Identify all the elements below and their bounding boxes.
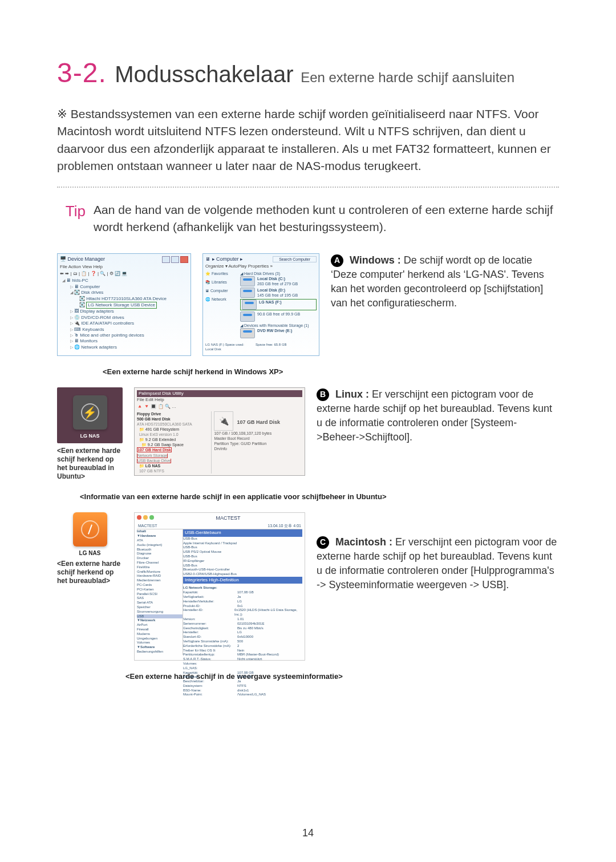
tree-item-highlighted: 💽 LG Network Storage USB Device bbox=[60, 302, 188, 309]
search-input[interactable]: Search Computer bbox=[273, 256, 317, 262]
caption-ubuntu: <Informatie van een externe harde schijf… bbox=[80, 492, 559, 501]
mac-desktop-icon: LG NAS <Een externe harde schijf herkend… bbox=[57, 512, 123, 661]
sidebar-item-selected: USB bbox=[137, 614, 183, 619]
sidebar-item: 🖥 Computer bbox=[205, 288, 237, 293]
header-row: MACTEST 13.04.10 오후 4:01 bbox=[137, 523, 302, 529]
tree-item: ▷🖥 Computer bbox=[60, 284, 188, 290]
section-number: 3-2. bbox=[57, 58, 107, 88]
badge-c: C bbox=[317, 536, 329, 549]
mac-panel-row: LG NAS <Een externe harde schijf herkend… bbox=[57, 512, 559, 661]
sidebar: ⭐ Favorites 📚 Libraries 🖥 Computer 🌐 Net… bbox=[205, 271, 237, 340]
os-label: Linux : bbox=[335, 388, 369, 400]
sidebar-item: ⭐ Favorites bbox=[205, 271, 237, 276]
drive-row: DVD RW Drive (E:) bbox=[240, 328, 317, 338]
toolbar: 🔺 🔻 🔳 📋 🔍 … bbox=[137, 404, 302, 410]
mac-description: C Macintosh : Er verschijnt een pictogra… bbox=[317, 512, 559, 661]
caption: <Een externe harde schijf herkend op het… bbox=[57, 560, 123, 585]
tree-item: ▷⌨ Keyboards bbox=[60, 327, 188, 333]
tip-block: Tip Aan de hand van de volgende methoden… bbox=[57, 201, 559, 236]
sidebar-item: 🌐 Network bbox=[205, 297, 237, 302]
section-subtitle: Een externe harde schijf aansluiten bbox=[301, 70, 514, 85]
windows-description: A Windows : De schijf wordt op de locati… bbox=[331, 253, 559, 356]
toolbar: ⬅ ➡ | 🗂 | 📋 | ❓ | 🔍 | ⚙ 🔄 💻 bbox=[60, 271, 188, 277]
tree-item: ◢💽 Disk drives bbox=[60, 290, 188, 296]
breadcrumb: ▸ Computer ▸ bbox=[212, 256, 244, 262]
menu-bar: File Edit Help bbox=[137, 397, 302, 403]
tree-item: ▷🔌 IDE ATA/ATAPI controllers bbox=[60, 321, 188, 326]
sidebar-item: 📚 Libraries bbox=[205, 280, 237, 285]
tree-item: ▷🌐 Network adapters bbox=[60, 345, 188, 350]
ubuntu-desktop-icon: ⚡ LG NAS <Een externe harde schijf herke… bbox=[57, 387, 123, 481]
tree-item: ▷🖱 Mice and other pointing devices bbox=[60, 333, 188, 338]
kv-list: Kapazität:107,08 GBVerfügbarkeit:JaHerst… bbox=[183, 590, 302, 697]
icon-label: LG NAS bbox=[62, 433, 118, 439]
toolbar: Organize ▾ AutoPlay Properties » bbox=[205, 264, 317, 269]
system-profiler-screenshot: MACTEST MACTEST 13.04.10 오후 4:01 Inhalt … bbox=[134, 512, 305, 661]
page: 3-2. Modusschakelaar Een externe harde s… bbox=[0, 0, 616, 862]
section-label: LG Network Storage: bbox=[183, 586, 302, 590]
menu-bar: File Action View Help bbox=[60, 264, 188, 270]
drive-row: 90.8 GB free of 99.9 GB bbox=[240, 311, 317, 322]
intro-paragraph: ※ Bestandssystemen van een externe harde… bbox=[57, 106, 559, 175]
detail-pane: USB-Gerätebaum USB-Bus Apple Internal Ke… bbox=[183, 529, 302, 655]
linux-description: B Linux : Er verschijnt een pictogram vo… bbox=[317, 387, 559, 481]
title-bar: Palimpsest Disk Utility bbox=[137, 390, 302, 397]
window-title: Device Manager bbox=[68, 256, 106, 262]
close-icon bbox=[137, 515, 141, 520]
explorer-screenshot: 🖥 ▸ Computer ▸ Search Computer Organize … bbox=[202, 253, 319, 356]
highlighted-device: 107 GB Hard Disk bbox=[137, 447, 172, 452]
os-label: Macintosh : bbox=[335, 536, 392, 548]
drive-icon bbox=[240, 311, 255, 322]
zoom-icon bbox=[149, 515, 154, 520]
windows-panel-row: 🖥️ Device Manager File Action View Help … bbox=[57, 253, 559, 356]
page-number: 14 bbox=[0, 827, 616, 839]
tip-label: Tip bbox=[57, 201, 86, 236]
status-bar: LG NAS (F:) Space used: Space free: 65.8… bbox=[205, 343, 317, 352]
title-bar: 🖥 ▸ Computer ▸ Search Computer bbox=[205, 256, 317, 263]
caption: <Een externe harde schijf herkend op het… bbox=[57, 447, 123, 481]
close-icon bbox=[180, 256, 188, 263]
minimize-icon bbox=[143, 515, 148, 520]
tree-item: ▷🖼 Display adapters bbox=[60, 309, 188, 314]
maximize-icon bbox=[171, 256, 179, 263]
drive-row: Local Disk (C:)283 GB free of 279 GB bbox=[240, 276, 317, 286]
ubuntu-panel-row: ⚡ LG NAS <Een externe harde schijf herke… bbox=[57, 387, 559, 481]
drive-icon bbox=[242, 300, 257, 310]
title-bar: 🖥️ Device Manager bbox=[60, 256, 188, 263]
usb-icon: 🔌 bbox=[214, 411, 233, 431]
drive-row-highlighted: LG NAS (F:) bbox=[240, 299, 317, 310]
drive-icon bbox=[240, 288, 255, 298]
icon-label: LG NAS bbox=[57, 550, 123, 556]
heading: 3-2. Modusschakelaar Een externe harde s… bbox=[57, 57, 559, 88]
os-label: Windows : bbox=[350, 254, 401, 266]
column-header: USB-Gerätebaum bbox=[183, 529, 302, 536]
device-details: 🔌 107 GB Hard Disk 107 GB / 100,108,107,… bbox=[212, 411, 302, 474]
section-title: Modusschakelaar bbox=[115, 62, 294, 87]
dvd-icon bbox=[240, 328, 255, 338]
drive-icon bbox=[240, 276, 255, 286]
section-header: ◢ Hard Disk Drives (3) bbox=[240, 271, 317, 276]
minimize-icon bbox=[162, 256, 170, 263]
window-buttons bbox=[162, 256, 188, 263]
dotted-divider bbox=[57, 187, 559, 188]
drive-icon: ⚡ bbox=[73, 395, 107, 430]
device-manager-screenshot: 🖥️ Device Manager File Action View Help … bbox=[57, 253, 191, 356]
tree-root: ◢🖥 hlds-PC bbox=[60, 278, 188, 284]
badge-b: B bbox=[317, 388, 329, 401]
tree-item: ▷🖥 Monitors bbox=[60, 338, 188, 344]
badge-a: A bbox=[331, 254, 343, 267]
tip-text: Aan de hand van de volgende methoden kun… bbox=[94, 201, 559, 236]
drive-icon bbox=[73, 512, 107, 547]
device-list: Floppy Drive 500 GB Hard Disk ATA HDS721… bbox=[137, 411, 212, 474]
highlighted-row: Integriertes High­-Definition bbox=[183, 577, 302, 584]
section-header: ◢ Devices with Removable Storage (1) bbox=[240, 323, 317, 328]
drive-row: Local Disk (D:)145 GB free of 195 GB bbox=[240, 288, 317, 298]
disk-utility-screenshot: Palimpsest Disk Utility File Edit Help 🔺… bbox=[134, 387, 305, 476]
title-bar: MACTEST bbox=[137, 515, 302, 522]
tree-item: ▷💿 DVD/CD-ROM drives bbox=[60, 315, 188, 321]
caption-windows: <Een externe harde schijf herkend in Win… bbox=[103, 367, 559, 376]
tree-item: 💽 Hitachi HDT721010SLA360 ATA Device bbox=[60, 296, 188, 302]
window-title: MACTEST bbox=[216, 515, 240, 522]
sidebar: Inhalt ▼Hardware ATA Audio (integriert) … bbox=[137, 529, 183, 655]
